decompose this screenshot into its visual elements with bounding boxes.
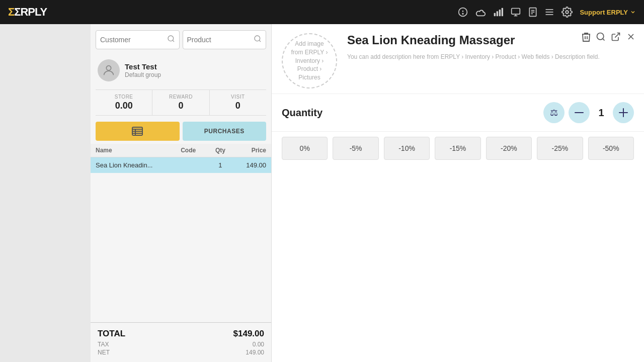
- top-nav: ΣΣRPLY Support ERPLY: [0, 0, 644, 24]
- reward-value: 0: [154, 101, 207, 111]
- svg-rect-37: [623, 108, 624, 117]
- quantity-label: Quantity: [282, 107, 535, 119]
- order-view-button[interactable]: [96, 122, 180, 141]
- row-name: Sea Lion Kneadin...: [91, 157, 176, 173]
- center-panel: Test Test Default group STORE 0.00 REWAR…: [91, 24, 272, 362]
- receipt-icon[interactable]: [528, 7, 537, 17]
- tax-row: TAX 0.00: [98, 341, 264, 348]
- product-actions: [581, 31, 636, 42]
- search-product-button[interactable]: [596, 31, 606, 42]
- svg-rect-35: [575, 112, 584, 113]
- main-layout: Test Test Default group STORE 0.00 REWAR…: [0, 24, 644, 362]
- col-price: Price: [233, 144, 271, 157]
- customer-search-wrap[interactable]: [96, 30, 180, 49]
- svg-point-22: [106, 66, 111, 70]
- visit-label: VISIT: [212, 94, 264, 100]
- screen-icon[interactable]: [510, 7, 521, 17]
- col-code: Code: [176, 144, 207, 157]
- product-search-wrap[interactable]: [183, 30, 267, 49]
- signal-icon[interactable]: [493, 7, 503, 17]
- qty-controls: ⚖ 1: [543, 102, 634, 123]
- svg-point-18: [168, 36, 174, 41]
- action-buttons: PURCHASES: [91, 119, 271, 144]
- external-link-button[interactable]: [611, 31, 621, 42]
- qty-increase-button[interactable]: [613, 102, 634, 123]
- discount-button[interactable]: -25%: [537, 137, 583, 160]
- svg-rect-3: [494, 13, 496, 17]
- total-section: TOTAL $149.00 TAX 0.00 NET 149.00: [91, 322, 271, 362]
- left-sidebar: [0, 24, 91, 362]
- discount-button[interactable]: -20%: [486, 137, 532, 160]
- nav-icons: Support ERPLY: [458, 7, 636, 18]
- discount-button[interactable]: -50%: [588, 137, 634, 160]
- menu-icon[interactable]: [544, 7, 554, 17]
- delete-button[interactable]: [581, 31, 591, 42]
- purchases-button[interactable]: PURCHASES: [183, 122, 267, 141]
- col-name: Name: [91, 144, 176, 157]
- discount-row: 0%-5%-10%-15%-20%-25%-50%: [272, 132, 644, 170]
- svg-rect-5: [499, 10, 501, 16]
- visit-value: 0: [212, 101, 264, 111]
- support-link[interactable]: Support ERPLY: [580, 9, 636, 16]
- svg-line-32: [615, 33, 619, 38]
- alert-icon[interactable]: [458, 7, 468, 17]
- store-value: 0.00: [98, 101, 150, 111]
- total-label: TOTAL: [98, 329, 125, 339]
- discount-button[interactable]: 0%: [282, 137, 328, 160]
- right-panel: Add image from ERPLY › Inventory › Produ…: [272, 24, 644, 362]
- customer-search-icon: [167, 35, 175, 45]
- store-label: STORE: [98, 94, 150, 100]
- customer-search-input[interactable]: [100, 36, 167, 44]
- customer-group: Default group: [125, 71, 161, 78]
- stat-visit: VISIT 0: [209, 90, 266, 115]
- reward-label: REWARD: [154, 94, 207, 100]
- row-qty: 1: [208, 157, 233, 173]
- product-image[interactable]: Add image from ERPLY › Inventory › Produ…: [282, 33, 337, 88]
- logo: ΣΣRPLY: [8, 6, 47, 19]
- svg-rect-7: [512, 9, 520, 15]
- stat-reward: REWARD 0: [152, 90, 209, 115]
- net-label: NET: [98, 349, 110, 356]
- svg-rect-4: [497, 11, 498, 16]
- svg-line-21: [259, 40, 261, 42]
- qty-decrease-button[interactable]: [569, 102, 590, 123]
- net-value: 149.00: [246, 349, 264, 356]
- stat-store: STORE 0.00: [96, 90, 152, 115]
- order-table-wrap: Name Code Qty Price Sea Lion Kneadin... …: [91, 144, 271, 173]
- total-row: TOTAL $149.00: [98, 329, 264, 339]
- customer-details: Test Test Default group: [125, 62, 161, 78]
- product-header: Add image from ERPLY › Inventory › Produ…: [272, 24, 644, 94]
- product-search-input[interactable]: [187, 36, 254, 44]
- qty-value: 1: [594, 107, 609, 119]
- row-price: 149.00: [233, 157, 271, 173]
- scale-button[interactable]: ⚖: [543, 102, 565, 123]
- close-button[interactable]: [626, 31, 636, 42]
- total-value: $149.00: [233, 329, 264, 339]
- search-row: [91, 24, 271, 54]
- product-search-icon: [254, 35, 262, 45]
- table-row[interactable]: Sea Lion Kneadin... 1 149.00: [91, 157, 271, 173]
- tax-value: 0.00: [253, 341, 264, 348]
- svg-rect-6: [502, 8, 503, 17]
- discount-button[interactable]: -5%: [333, 137, 378, 160]
- svg-line-19: [173, 40, 174, 42]
- svg-point-20: [255, 36, 260, 41]
- customer-info: Test Test Default group: [91, 54, 271, 86]
- order-table: Name Code Qty Price Sea Lion Kneadin... …: [91, 144, 271, 173]
- svg-point-30: [597, 33, 604, 40]
- customer-name: Test Test: [125, 62, 161, 71]
- stats-row: STORE 0.00 REWARD 0 VISIT 0: [96, 89, 266, 116]
- discount-button[interactable]: -10%: [384, 137, 430, 160]
- row-code: [176, 157, 207, 173]
- discount-button[interactable]: -15%: [435, 137, 480, 160]
- cloud-icon[interactable]: [475, 7, 486, 17]
- svg-point-17: [566, 11, 569, 14]
- svg-point-2: [463, 14, 464, 15]
- tax-label: TAX: [98, 341, 109, 348]
- svg-line-31: [603, 39, 605, 41]
- quantity-section: Quantity ⚖ 1: [272, 94, 644, 132]
- avatar: [98, 59, 120, 81]
- net-row: NET 149.00: [98, 349, 264, 356]
- product-description: You can add description here from ERPLY …: [347, 52, 634, 61]
- gear-icon[interactable]: [561, 7, 573, 18]
